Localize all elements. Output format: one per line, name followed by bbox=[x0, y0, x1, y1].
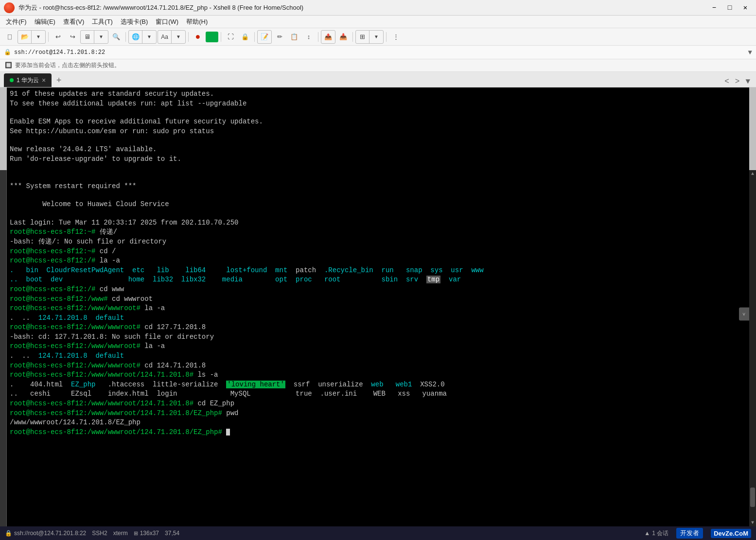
info-message: 要添加当前会话，点击左侧的箭头按钮。 bbox=[15, 61, 120, 70]
term-line-cmd3: root@hcss-ecs-8f12:/# la -a bbox=[10, 256, 746, 266]
menu-file[interactable]: 文件(F) bbox=[2, 17, 31, 27]
menu-view[interactable]: 查看(V) bbox=[59, 17, 88, 27]
new-session-button[interactable]: ⎕ bbox=[3, 31, 17, 43]
term-line-11 bbox=[10, 191, 746, 200]
term-line-err1: -bash: 传递/: No such file or directory bbox=[10, 237, 746, 247]
menu-edit[interactable]: 编辑(E) bbox=[31, 17, 59, 27]
btn2[interactable]: ✏ bbox=[273, 31, 286, 43]
compose-group: 📝 bbox=[257, 30, 272, 44]
send-button[interactable]: 📤 bbox=[321, 31, 335, 43]
term-line-9 bbox=[10, 164, 746, 173]
window-controls: − □ ✕ bbox=[707, 3, 752, 13]
term-line-restart: *** System restart required *** bbox=[10, 182, 746, 192]
title-bar: 华为云 - root@hcss-ecs-8f12: /www/wwwroot/1… bbox=[0, 0, 756, 16]
menu-tools[interactable]: 工具(T) bbox=[88, 17, 117, 27]
font-group: Aa ▼ bbox=[158, 30, 186, 44]
term-line-7: New release '24.04.2 LTS' available. bbox=[10, 145, 746, 155]
terminal-wrapper: 91 of these updates are standard securit… bbox=[0, 87, 756, 540]
tab-list-button[interactable]: ▼ bbox=[743, 76, 752, 87]
menu-help[interactable]: 帮助(H) bbox=[182, 17, 211, 27]
term-line-cmd4: root@hcss-ecs-8f12:/# cd www bbox=[10, 285, 746, 295]
term-line-ls1: . bin CloudrResetPwdAgent etc lib lib64 … bbox=[10, 266, 746, 276]
term-line-cmd10: root@hcss-ecs-8f12:/www/wwwroot/124.71.2… bbox=[10, 370, 746, 380]
red-circle-button[interactable]: ● bbox=[191, 31, 205, 43]
status-terminal-label: xterm bbox=[113, 530, 128, 537]
left-sidebar bbox=[0, 170, 7, 526]
term-line-cmd7: root@hcss-ecs-8f12:/www/wwwroot# cd 127.… bbox=[10, 323, 746, 332]
status-ssh: 🔒 ssh://root@124.71.201.8:22 bbox=[5, 530, 86, 537]
scrollbar[interactable]: ▲ ▼ bbox=[749, 170, 756, 526]
menu-bar: 文件(F) 编辑(E) 查看(V) 工具(T) 选项卡(B) 窗口(W) 帮助(… bbox=[0, 16, 756, 28]
tab-close-button[interactable]: × bbox=[42, 76, 46, 84]
term-line-ls2: .. boot dev home lib32 libx32 media opt … bbox=[10, 275, 746, 285]
term-line-prompt: root@hcss-ecs-8f12:/www/wwwroot/124.71.2… bbox=[10, 428, 746, 437]
globe-group: 🌐 ▼ bbox=[128, 30, 157, 44]
tab-bar: 1 华为云 × + < > ▼ bbox=[0, 72, 756, 87]
tab-next-button[interactable]: > bbox=[733, 76, 742, 87]
tab-prev-button[interactable]: < bbox=[722, 76, 731, 87]
screen-button[interactable]: 🖥 bbox=[81, 31, 94, 43]
scroll-up-arrow[interactable]: ▲ bbox=[749, 170, 756, 177]
new-tab-button[interactable]: + bbox=[53, 74, 65, 87]
maximize-button[interactable]: □ bbox=[723, 3, 737, 13]
more-button[interactable]: ⋮ bbox=[389, 31, 403, 43]
address-dropdown-arrow[interactable]: ▼ bbox=[748, 49, 752, 56]
close-button[interactable]: ✕ bbox=[738, 3, 752, 13]
status-ssh-address: ssh://root@124.71.201.8:22 bbox=[14, 530, 86, 537]
layout-button[interactable]: ⊞ bbox=[356, 31, 369, 43]
open-button[interactable]: 📂 bbox=[18, 31, 32, 43]
fullscreen-button[interactable]: ⛶ bbox=[224, 31, 237, 43]
address-bar: 🔒 ssh://root@124.71.201.8:22 ▼ bbox=[0, 46, 756, 59]
search-button[interactable]: 🔍 bbox=[109, 31, 123, 43]
lock-button[interactable]: 🔒 bbox=[238, 31, 252, 43]
term-line-login: Last login: Tue Mar 11 20:33:17 2025 fro… bbox=[10, 218, 746, 228]
open-dropdown[interactable]: ▼ bbox=[32, 31, 45, 43]
term-line-12 bbox=[10, 209, 746, 218]
info-bar: 🔲 要添加当前会话，点击左侧的箭头按钮。 bbox=[0, 59, 756, 72]
screen-group: 🖥 ▼ bbox=[80, 30, 108, 44]
layout-dropdown[interactable]: ▼ bbox=[369, 31, 383, 43]
term-line-cmd5: root@hcss-ecs-8f12:/www# cd wwwroot bbox=[10, 295, 746, 304]
tab-status-dot bbox=[10, 78, 14, 82]
btn3[interactable]: 📋 bbox=[287, 31, 301, 43]
screen-dropdown[interactable]: ▼ bbox=[94, 31, 108, 43]
globe-dropdown[interactable]: ▼ bbox=[142, 31, 156, 43]
term-line-ls5: . 404.html EZ_php .htaccess little-seria… bbox=[10, 380, 746, 390]
status-dim-icon: ⊞ bbox=[134, 530, 138, 537]
tab-1-huawei[interactable]: 1 华为云 × bbox=[4, 73, 52, 87]
lock-icon: 🔒 bbox=[4, 49, 11, 56]
redo-button[interactable]: ↪ bbox=[66, 31, 79, 43]
term-line-cmd8: root@hcss-ecs-8f12:/www/wwwroot# la -a bbox=[10, 342, 746, 351]
btn4[interactable]: ↕ bbox=[302, 31, 316, 43]
globe-button[interactable]: 🌐 bbox=[129, 31, 142, 43]
scroll-down-arrow[interactable]: ▼ bbox=[749, 519, 756, 526]
term-line-cmd1: root@hcss-ecs-8f12:~# 传递/ bbox=[10, 227, 746, 237]
scroll-thumb[interactable] bbox=[750, 488, 755, 507]
status-bar: 🔒 ssh://root@124.71.201.8:22 SSH2 xterm … bbox=[0, 526, 756, 540]
tab-label: 1 华为云 bbox=[17, 76, 39, 85]
terminal-output[interactable]: 91 of these updates are standard securit… bbox=[7, 87, 749, 439]
btn5[interactable]: 📥 bbox=[336, 31, 350, 43]
status-pos-value: 37,54 bbox=[165, 530, 179, 537]
font-button[interactable]: Aa bbox=[158, 31, 172, 43]
menu-window[interactable]: 窗口(W) bbox=[152, 17, 182, 27]
status-dimensions: ⊞ 136x37 bbox=[134, 530, 159, 537]
status-dim-value: 136x37 bbox=[140, 530, 159, 537]
status-terminal-type: xterm bbox=[113, 530, 128, 537]
status-protocol: SSH2 bbox=[92, 530, 107, 537]
term-line-pwd: /www/wwwroot/124.71.201.8/EZ_php bbox=[10, 418, 746, 428]
term-line-3 bbox=[10, 108, 746, 117]
ssh-address: ssh://root@124.71.201.8:22 bbox=[14, 49, 745, 56]
window-title: 华为云 - root@hcss-ecs-8f12: /www/wwwroot/1… bbox=[18, 3, 707, 12]
layout-group: ⊞ ▼ bbox=[355, 30, 384, 44]
info-arrow-icon: 🔲 bbox=[5, 62, 12, 69]
menu-tabs[interactable]: 选项卡(B) bbox=[117, 17, 152, 27]
kaifazhe-badge: 开发者 bbox=[676, 528, 703, 539]
green-circle-button[interactable] bbox=[206, 32, 218, 42]
minimize-button[interactable]: − bbox=[707, 3, 721, 13]
undo-button[interactable]: ↩ bbox=[51, 31, 65, 43]
right-expand-button[interactable]: ＞ bbox=[739, 307, 749, 320]
font-dropdown[interactable]: ▼ bbox=[172, 31, 185, 43]
terminal-area[interactable]: 91 of these updates are standard securit… bbox=[7, 87, 749, 540]
compose-button[interactable]: 📝 bbox=[258, 31, 271, 43]
